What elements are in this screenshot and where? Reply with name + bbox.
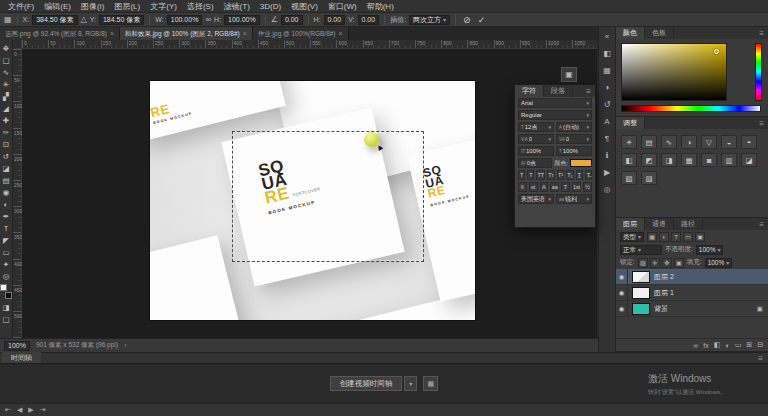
opentype-icon-2[interactable]: A [540,182,549,192]
tab-paths[interactable]: 路径 [674,218,703,230]
text-style-icon-1[interactable]: T [527,170,534,180]
fill-field[interactable]: 100%▾ [705,258,733,268]
menu-item-10[interactable]: 帮助(H) [362,0,399,13]
smart-filter-icon[interactable]: ▣ [695,232,705,242]
language-select[interactable]: 美国英语▾ [518,194,554,204]
panel-menu-icon[interactable]: ≡ [759,119,768,128]
tab-close-icon[interactable]: × [339,27,343,40]
adjustment-invert-icon[interactable]: ◙ [701,153,717,167]
background-color-swatch[interactable] [5,292,12,299]
height-field[interactable]: 100.00% [224,15,260,25]
color-swatches-widget[interactable] [0,284,12,299]
tool-path-selection-tool[interactable]: ◤ [0,234,12,246]
document-tab-1[interactable]: 和和效果.jpg @ 100% (图层 2, RGB/8#)× [120,27,253,40]
tool-pen-tool[interactable]: ✒ [0,210,12,222]
tool-magic-wand-tool[interactable]: ✳ [0,78,12,90]
tool-hand-tool[interactable]: ✦ [0,258,12,270]
adjustments-panel-icon[interactable]: ◑ [600,81,614,94]
panel-menu-icon[interactable]: ≡ [758,354,768,363]
floating-panel-icon[interactable]: ▣ [561,67,577,82]
adjustment-photo-filter-icon[interactable]: ◩ [641,153,657,167]
navigator-panel-icon[interactable]: ◎ [600,183,614,196]
adjustment-black-white-icon[interactable]: ◧ [621,153,637,167]
h-skew-field[interactable]: 0.00 [324,15,346,25]
canvas[interactable]: ▣ RE BOOK MOCKUP SQ UA RE BOOK MOCKUP SQ… [22,49,597,338]
anti-alias-select[interactable]: aa锐利▾ [556,194,592,204]
relative-position-icon[interactable]: △ [81,15,87,24]
panel-menu-icon[interactable]: ≡ [759,29,768,38]
adjustment-posterize-icon[interactable]: ▥ [721,153,737,167]
document-tab-2[interactable]: 作业.jpg @ 100%(RGB/8#)× [253,27,349,40]
tool-healing-brush-tool[interactable]: ✚ [0,114,12,126]
link-dimensions-icon[interactable]: ∞ [205,15,211,24]
tool-quick-mask-button[interactable]: ◨ [0,301,12,313]
horizontal-scale-field[interactable]: T100% [556,146,592,156]
color-ramp[interactable] [621,105,761,112]
text-style-icon-4[interactable]: T¹ [557,170,564,180]
horizontal-ruler[interactable]: 0501001502002503003504004505005506006507… [22,40,597,49]
menu-item-3[interactable]: 图层(L) [109,0,145,13]
y-position-field[interactable]: 184.50 像素 [99,15,144,25]
panel-menu-icon[interactable]: ≡ [759,220,768,229]
create-video-timeline-button[interactable]: 创建视频时间轴 [330,376,403,391]
adjustment-curves-icon[interactable]: ∿ [661,135,677,149]
text-style-icon-5[interactable]: T₁ [566,170,573,180]
opentype-icon-0[interactable]: fi [518,182,527,192]
menu-item-0[interactable]: 文件(F) [3,0,39,13]
text-style-icon-0[interactable]: T [518,170,525,180]
hue-slider[interactable] [755,43,762,101]
tool-history-brush-tool[interactable]: ↺ [0,150,12,162]
tab-timeline[interactable]: 时间轴 [2,352,41,363]
document-image[interactable]: RE BOOK MOCKUP SQ UA RE BOOK MOCKUP SQ U… [150,81,475,320]
adjustment-color-balance-icon[interactable]: ◓ [741,135,757,149]
opentype-icon-3[interactable]: aa [550,182,559,192]
tab-adjustments[interactable]: 调整 [616,117,645,129]
character-panel-icon[interactable]: A [600,115,614,128]
paragraph-panel-icon[interactable]: ¶ [600,132,614,145]
opentype-icon-5[interactable]: 1st [572,182,581,192]
adjustment-brightness-contrast-icon[interactable]: ☀ [621,135,637,149]
opacity-field[interactable]: 100%▾ [696,245,724,255]
foreground-color-swatch[interactable] [0,284,7,291]
layer-row-1[interactable]: ◉图层 1 [616,285,768,301]
zoom-level-field[interactable]: 100% [4,341,30,351]
width-field[interactable]: 100.00% [167,15,203,25]
adjustment-hue-saturation-icon[interactable]: ◒ [721,135,737,149]
new-group-icon[interactable]: ▭ [735,341,742,349]
tool-eraser-tool[interactable]: ◪ [0,162,12,174]
history-panel-icon[interactable]: ↺ [600,98,614,111]
play-icon[interactable]: ▶ [28,406,33,414]
v-skew-field[interactable]: 0.00 [358,15,380,25]
color-picker-marker[interactable] [714,49,719,54]
tool-dodge-tool[interactable]: ◐ [0,198,12,210]
menu-item-6[interactable]: 滤镜(T) [219,0,255,13]
tool-blur-tool[interactable]: ◉ [0,186,12,198]
lock-transparency-icon[interactable]: ▨ [638,258,648,268]
pixel-filter-icon[interactable]: ▦ [647,232,657,242]
text-color-swatch[interactable] [570,159,592,167]
adjustment-color-lookup-icon[interactable]: ▦ [681,153,697,167]
go-first-icon[interactable]: ⇤ [5,406,11,414]
layer-style-icon[interactable]: fx [703,342,708,349]
commit-transform-button[interactable]: ✓ [476,15,488,25]
menu-item-5[interactable]: 选择(S) [182,0,219,13]
actions-panel-icon[interactable]: ▶ [600,166,614,179]
baseline-shift-field[interactable]: Aª0点 [518,158,552,168]
lock-position-icon[interactable]: ✥ [662,258,672,268]
tab-character[interactable]: 字符 [515,85,544,97]
tool-lasso-tool[interactable]: ∿ [0,66,12,78]
shape-filter-icon[interactable]: ▭ [683,232,693,242]
panel-menu-icon[interactable]: ≡ [586,87,595,96]
tool-screen-mode-button[interactable]: ▢ [0,313,12,325]
timeline-mode-icon[interactable]: ▦ [423,376,438,391]
tab-swatches[interactable]: 色板 [645,27,674,39]
opentype-icon-1[interactable]: st [529,182,538,192]
prev-frame-icon[interactable]: ◀ [17,406,22,414]
cancel-transform-button[interactable]: ⊘ [461,15,473,25]
adjustment-gradient-map-icon[interactable]: ▧ [621,171,637,185]
leading-field[interactable]: A(自动)▾ [556,122,592,132]
filter-type-select[interactable]: 类型▾ [620,232,644,242]
tool-clone-stamp-tool[interactable]: ⊡ [0,138,12,150]
tool-shape-tool[interactable]: ▭ [0,246,12,258]
vertical-scale-field[interactable]: IT100% [518,146,554,156]
